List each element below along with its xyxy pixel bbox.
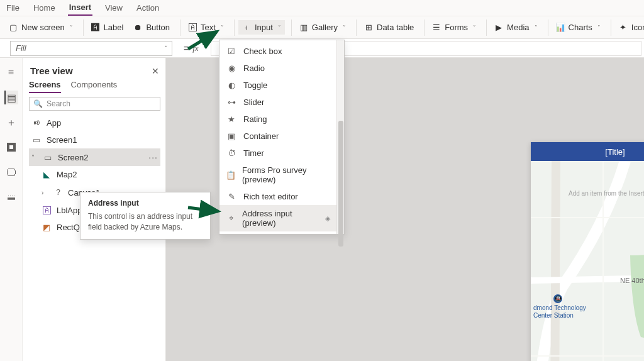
chevron-down-icon: ˅	[473, 25, 476, 31]
dropdown-item-richtext[interactable]: ✎Rich text editor	[219, 188, 336, 205]
map-placeholder-text: Add an item from the Insert pane	[569, 190, 644, 197]
rail-tree-view[interactable]: ▤	[4, 91, 18, 104]
tree-item-label: Map2	[57, 170, 77, 179]
dropdown-item-rating[interactable]: ★Rating	[219, 111, 336, 128]
menu-action[interactable]: Action	[135, 1, 160, 15]
transit-icon: 🚇	[553, 294, 562, 303]
media-icon: ▶	[494, 23, 503, 32]
annotation-arrow-address	[186, 200, 223, 220]
dropdown-item-forms-pro[interactable]: 📋Forms Pro survey (preview)	[219, 162, 336, 188]
dropdown-item-label: Radio	[243, 64, 265, 73]
annotation-arrow-input	[186, 28, 223, 53]
rail-data[interactable]: 🞑	[4, 141, 18, 155]
dropdown-item-radio[interactable]: ◉Radio	[219, 60, 336, 77]
dropdown-item-slider[interactable]: ⊶Slider	[219, 94, 336, 111]
icons-button[interactable]: ✦ Icons ˅	[615, 20, 644, 35]
rectangle-icon: ◩	[42, 223, 52, 232]
label-button[interactable]: 🅰 Label	[87, 20, 128, 35]
chevron-down-icon[interactable]: ˅	[31, 154, 38, 161]
input-btn-label: Input	[255, 23, 273, 32]
tree-item-app[interactable]: 🕫 App	[29, 114, 160, 131]
checkbox-icon: ☑	[226, 47, 237, 56]
new-screen-label: New screen	[21, 23, 65, 32]
chevron-down-icon: ˅	[164, 45, 167, 52]
property-dropdown[interactable]: Fill ˅	[10, 41, 172, 56]
icons-btn-label: Icons	[631, 23, 644, 32]
map-icon: ◣	[42, 170, 52, 179]
gallery-btn-label: Gallery	[312, 23, 338, 32]
menu-file[interactable]: File	[5, 1, 21, 15]
rail-hamburger[interactable]: ≡	[4, 65, 18, 79]
dropdown-scrollbar[interactable]	[336, 40, 344, 234]
left-rail: ≡ ▤ ＋ 🞑 🖵 ⩸	[0, 58, 23, 361]
dropdown-item-checkbox[interactable]: ☑Check box	[219, 43, 336, 60]
label-icon: 🅰	[91, 23, 100, 32]
tree-item-map2[interactable]: ◣ Map2	[29, 166, 160, 183]
dropdown-item-label: Rich text editor	[243, 192, 298, 201]
menu-insert[interactable]: Insert	[68, 0, 92, 16]
forms-btn-label: Forms	[445, 23, 468, 32]
tab-screens[interactable]: Screens	[29, 80, 61, 93]
chevron-down-icon: ˅	[597, 25, 601, 31]
rail-media[interactable]: 🖵	[4, 166, 18, 180]
charts-btn-label: Charts	[569, 23, 592, 32]
chevron-down-icon: ˅	[70, 25, 73, 31]
more-options-icon[interactable]: ···	[148, 152, 158, 162]
dropdown-item-label: Toggle	[243, 81, 267, 90]
input-dropdown-menu: ☑Check box◉Radio◐Toggle⊶Slider★Rating▣Co…	[219, 40, 345, 235]
app-icon: 🕫	[31, 118, 42, 128]
phone-preview: [Title] Add an item from the Insert pane…	[531, 142, 644, 361]
dropdown-item-toggle[interactable]: ◐Toggle	[219, 77, 336, 94]
dropdown-item-label: Address input (preview)	[242, 209, 319, 228]
table-icon: ⊞	[364, 23, 373, 32]
dropdown-item-label: Check box	[243, 47, 282, 56]
tree-search-input[interactable]: 🔍 Search	[29, 97, 160, 111]
scrollbar-thumb[interactable]	[338, 121, 343, 247]
rating-icon: ★	[226, 114, 237, 124]
richtext-icon: ✎	[226, 192, 237, 201]
chevron-right-icon[interactable]: ›	[42, 189, 48, 196]
help-icon: ？	[53, 187, 63, 198]
label-btn-label: Label	[104, 23, 124, 32]
chevron-down-icon: ˅	[343, 25, 346, 31]
tree-view-title: Tree view	[30, 65, 73, 76]
slider-icon: ⊶	[226, 97, 237, 107]
search-icon: 🔍	[33, 99, 43, 108]
tree-item-screen1[interactable]: ▭ Screen1	[29, 131, 160, 148]
media-button[interactable]: ▶ Media ˅	[491, 20, 541, 35]
timer-icon: ⏱	[226, 148, 237, 158]
button-btn-label: Button	[146, 23, 170, 32]
data-table-button[interactable]: ⊞ Data table	[360, 20, 418, 35]
property-label: Fill	[16, 43, 26, 53]
dropdown-item-timer[interactable]: ⏱Timer	[219, 145, 336, 162]
menu-view[interactable]: View	[104, 1, 124, 15]
button-button[interactable]: ⏺ Button	[130, 20, 174, 35]
rail-advanced[interactable]: ⩸	[4, 191, 18, 205]
rail-insert[interactable]: ＋	[4, 116, 18, 130]
input-button[interactable]: ⫞ Input ˅	[238, 20, 285, 35]
charts-button[interactable]: 📊 Charts ˅	[552, 20, 604, 35]
radio-icon: ◉	[226, 64, 237, 73]
button-icon: ⏺	[133, 23, 142, 32]
map-control[interactable]: Add an item from the Insert pane NE 40th…	[531, 161, 644, 361]
tree-item-screen2[interactable]: ˅ ▭ Screen2 ···	[29, 148, 160, 166]
search-placeholder: Search	[47, 99, 70, 108]
close-icon[interactable]: ✕	[152, 66, 159, 76]
charts-icon: 📊	[556, 23, 565, 32]
dropdown-item-address-input[interactable]: ⌖Address input (preview)◈	[219, 205, 336, 231]
forms-pro-icon: 📋	[226, 170, 236, 180]
chevron-down-icon: ˅	[278, 25, 281, 31]
input-icon: ⫞	[242, 23, 251, 32]
new-screen-button[interactable]: ▢ New screen ˅	[5, 20, 77, 35]
media-btn-label: Media	[507, 23, 529, 32]
data-table-btn-label: Data table	[377, 23, 414, 32]
tree-item-label: App	[47, 118, 61, 128]
tab-components[interactable]: Components	[71, 80, 118, 93]
phone-header: [Title]	[531, 142, 644, 161]
dropdown-item-label: Forms Pro survey (preview)	[242, 165, 330, 184]
forms-button[interactable]: ☰ Forms ˅	[428, 20, 480, 35]
dropdown-item-container[interactable]: ▣Container	[219, 128, 336, 145]
dropdown-item-label: Slider	[243, 97, 264, 107]
menu-home[interactable]: Home	[32, 1, 57, 15]
gallery-button[interactable]: ▥ Gallery ˅	[296, 20, 350, 35]
